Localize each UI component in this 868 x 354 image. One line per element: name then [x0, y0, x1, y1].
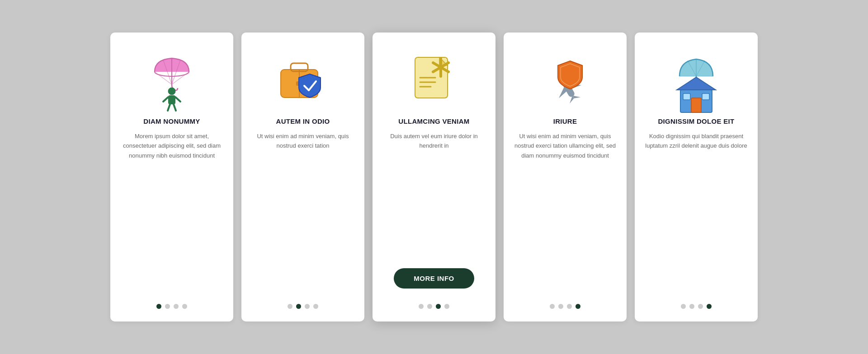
- dot: [567, 304, 572, 309]
- house-umbrella-icon: [667, 51, 726, 109]
- card-4-title: IRIURE: [553, 117, 577, 125]
- card-5-title: DIGNISSIM DOLOE EIT: [658, 117, 734, 125]
- dot: [681, 304, 686, 309]
- card-2-dots: [288, 304, 318, 309]
- card-4-dots: [550, 304, 580, 309]
- svg-rect-7: [168, 95, 175, 104]
- dot: [550, 304, 555, 309]
- card-5-body: Kodio dignissim qui blandit praesent lup…: [645, 131, 748, 293]
- dot-active: [436, 304, 441, 309]
- dot: [174, 304, 179, 309]
- card-4-body: Ut wisi enim ad minim veniam, quis nostr…: [514, 131, 617, 293]
- dot-active: [576, 304, 580, 309]
- card-3: ULLAMCING VENIAM Duis autem vel eum iriu…: [373, 33, 495, 321]
- svg-marker-35: [677, 77, 716, 90]
- dot-active: [296, 304, 301, 309]
- card-3-dots: [419, 304, 449, 309]
- card-1-dots: [156, 304, 187, 309]
- dot: [313, 304, 318, 309]
- card-2: AUTEM IN ODIO Ut wisi enim ad minim veni…: [241, 33, 364, 321]
- dot-active: [156, 304, 161, 309]
- dot: [165, 304, 170, 309]
- dot: [698, 304, 703, 309]
- svg-line-11: [174, 104, 176, 111]
- svg-point-6: [168, 88, 175, 95]
- dot: [558, 304, 563, 309]
- cards-container: DIAM NONUMMY Morem ipsum dolor sit amet,…: [83, 14, 785, 340]
- more-info-button[interactable]: MORE INFO: [394, 268, 474, 289]
- umbrella-person-icon: [142, 51, 201, 109]
- card-3-title: ULLAMCING VENIAM: [398, 117, 469, 125]
- plane-shield-icon: [536, 51, 594, 109]
- card-1-title: DIAM NONUMMY: [143, 117, 200, 125]
- dot: [689, 304, 694, 309]
- dot: [288, 304, 292, 309]
- dot: [305, 304, 310, 309]
- card-1: DIAM NONUMMY Morem ipsum dolor sit amet,…: [110, 33, 233, 321]
- svg-rect-38: [702, 93, 709, 100]
- dot: [419, 304, 424, 309]
- card-1-body: Morem ipsum dolor sit amet, consectetuer…: [120, 131, 223, 293]
- dot: [427, 304, 432, 309]
- card-5-dots: [681, 304, 712, 309]
- document-star-icon: [405, 51, 463, 109]
- card-4: IRIURE Ut wisi enim ad minim veniam, qui…: [504, 33, 627, 321]
- svg-line-9: [175, 97, 180, 102]
- card-2-body: Ut wisi enim ad minim veniam, quis nostr…: [251, 131, 354, 293]
- svg-rect-36: [691, 98, 701, 112]
- svg-line-10: [168, 104, 170, 111]
- suitcase-shield-icon: [274, 51, 332, 109]
- card-5: DIGNISSIM DOLOE EIT Kodio dignissim qui …: [635, 33, 758, 321]
- card-2-title: AUTEM IN ODIO: [276, 117, 330, 125]
- dot: [444, 304, 449, 309]
- card-3-body: Duis autem vel eum iriure dolor in hendr…: [382, 131, 486, 260]
- dot-active: [707, 304, 712, 309]
- svg-line-8: [163, 97, 168, 102]
- dot: [182, 304, 187, 309]
- svg-rect-37: [683, 93, 690, 100]
